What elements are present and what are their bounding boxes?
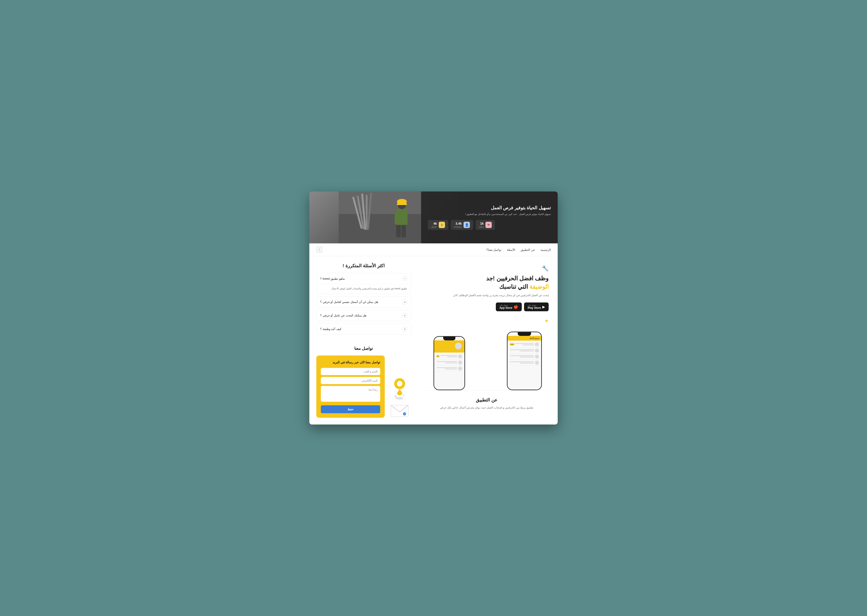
svg-text:✉: ✉: [404, 413, 405, 415]
faq-question-3: هل يمكنك البحث عن عامل أو حرفي ؟: [320, 314, 366, 317]
faq-toggle-2[interactable]: +: [403, 300, 407, 304]
contact-illustration: ✉: [388, 355, 411, 418]
faq-title: اكثر الأسئلة المتكررة !: [316, 263, 411, 269]
right-column: اكثر الأسئلة المتكررة ! − ماهو تطبيق ine…: [309, 256, 418, 424]
stat-users-label: مستخدم: [454, 225, 462, 228]
stat-card-users: 👤 3.4k مستخدم: [451, 220, 473, 230]
faq-header-2[interactable]: + هل يمكن لي أن أسجل نفسي كعامل أو حرفي …: [317, 297, 411, 308]
contact-section-title: تواصل معنا: [316, 346, 411, 351]
svg-rect-1: [339, 214, 429, 244]
wrench-icon: 🔧: [424, 265, 549, 272]
appstore-label-text: تحميل على: [500, 304, 512, 306]
apple-icon: 🍎: [514, 305, 518, 309]
hero-top-content: تسهيل الحياة بتوفير فرص العمل تسهيل الحي…: [421, 192, 558, 244]
download-icon: ⬇: [439, 222, 445, 228]
playstore-button[interactable]: ▶ تحميل على Play Store: [524, 302, 549, 311]
stat-card-downloads: ⬇ 4k تحميل: [428, 220, 448, 230]
main-content: 🔧 وظف افضل الحرفيين !جد الوضيفة التي تنا…: [309, 256, 558, 424]
phone-avatar: [458, 354, 462, 358]
nav-logo: i: [316, 247, 322, 253]
about-title: عن التطبيق: [431, 397, 542, 402]
svg-rect-20: [391, 405, 408, 416]
store-buttons: 🍎 تحميل على App Store ▶ تحميل على Play S…: [424, 302, 549, 311]
about-description: تطبيق يربط بين الحرفيين و اصحاب العمل حي…: [431, 405, 542, 410]
contact-form-title: تواصل معنا الان عبر رسالة في البريد: [321, 360, 380, 365]
faq-header-1[interactable]: − ماهو تطبيق ineed ؟: [317, 273, 411, 284]
user-icon: 👤: [463, 222, 470, 228]
faq-toggle-1[interactable]: −: [403, 276, 407, 281]
contact-section: تواصل معنا: [309, 341, 418, 424]
faq-item-2: + هل يمكن لي أن أسجل نفسي كعامل أو حرفي …: [316, 296, 411, 308]
svg-rect-9: [395, 213, 399, 224]
heart-icon: ❤: [486, 222, 492, 228]
faq-question-1: ماهو تطبيق ineed ؟: [320, 277, 345, 280]
nav-link-contact[interactable]: تواصل معنا؟: [486, 248, 502, 251]
svg-rect-14: [397, 203, 407, 205]
stat-users-number: 3.4k: [454, 222, 462, 225]
about-section: عن التطبيق تطبيق يربط بين الحرفيين و اصح…: [424, 390, 549, 415]
hero-top-section: تسهيل الحياة بتوفير فرص العمل تسهيل الحي…: [309, 192, 558, 244]
phone-badge: ✓: [437, 355, 439, 357]
phone-notch-back: [443, 337, 456, 340]
phone-front: عروض العمل عمل: [507, 332, 542, 390]
playstore-label-text: تحميل على: [528, 304, 541, 306]
svg-point-19: [403, 394, 405, 396]
stat-likes-number: 1k: [479, 222, 484, 225]
stat-likes-label: سعيد: [479, 225, 484, 228]
nav-link-home[interactable]: الرئيسية: [541, 248, 551, 251]
name-input[interactable]: [321, 368, 380, 375]
nav-links: الرئيسية عن التطبيق الأسئلة تواصل معنا؟: [486, 248, 551, 252]
phone-front-header: عروض العمل: [508, 336, 541, 341]
nav-item-about[interactable]: عن التطبيق: [521, 248, 535, 252]
faq-header-4[interactable]: + كيف أجد وظيفة ؟: [317, 324, 411, 335]
faq-item-3: + هل يمكنك البحث عن عامل أو حرفي ؟: [316, 310, 411, 321]
stat-card-likes: ❤ 1k سعيد: [476, 220, 495, 230]
svg-point-18: [394, 395, 397, 398]
faq-item-4: + كيف أجد وظيفة ؟: [316, 324, 411, 335]
envelope-svg: ✉: [389, 404, 410, 418]
stats-row: ❤ 1k سعيد 👤 3.4k مستخدم ⬇ 4k: [428, 220, 551, 230]
appstore-button[interactable]: 🍎 تحميل على App Store: [496, 302, 522, 311]
faq-section: اكثر الأسئلة المتكررة ! − ماهو تطبيق ine…: [309, 256, 418, 341]
phone-back: ✓: [434, 336, 465, 390]
hero-heading-yellow: الوضيفة: [530, 283, 549, 290]
phone-list-item: [435, 360, 463, 366]
svg-rect-10: [403, 213, 408, 224]
nav-item-contact[interactable]: تواصل معنا؟: [486, 248, 502, 252]
nav-link-about[interactable]: عن التطبيق: [521, 248, 535, 251]
svg-point-17: [396, 397, 404, 399]
navbar: الرئيسية عن التطبيق الأسئلة تواصل معنا؟ …: [309, 244, 558, 256]
star-icon: ★: [424, 318, 549, 324]
stat-downloads-label: تحميل: [431, 225, 437, 228]
faq-header-3[interactable]: + هل يمكنك البحث عن عامل أو حرفي ؟: [317, 310, 411, 321]
playstore-name: Play Store: [528, 306, 541, 310]
phone-notch-front: [518, 332, 531, 336]
phone-list-item: ✓: [435, 354, 463, 360]
message-textarea[interactable]: [321, 386, 380, 402]
phone-avatar: [535, 343, 539, 346]
faq-toggle-4[interactable]: +: [403, 327, 407, 332]
nav-link-faq[interactable]: الأسئلة: [507, 248, 515, 251]
phone-badge-yellow: عمل: [510, 343, 514, 345]
faq-question-4: كيف أجد وظيفة ؟: [320, 327, 341, 331]
phone-avatar: [458, 366, 462, 371]
nav-item-home[interactable]: الرئيسية: [541, 248, 551, 252]
email-input[interactable]: [321, 377, 380, 384]
faq-question-2: هل يمكن لي أن أسجل نفسي كعامل أو حرفي ؟: [320, 300, 378, 303]
phone-avatar: [535, 361, 539, 365]
nav-item-faq[interactable]: الأسئلة: [507, 248, 515, 252]
svg-rect-11: [396, 225, 401, 237]
map-pin-svg: [389, 375, 410, 404]
contact-form-box: تواصل معنا الان عبر رسالة في البريد حفظ: [316, 355, 385, 418]
phone-list-item: [508, 360, 540, 366]
submit-button[interactable]: حفظ: [321, 405, 380, 413]
svg-point-16: [397, 381, 402, 387]
faq-answer-1: تطبيق ineed هو تطبيق ذراتيو مقدم للحرفيي…: [317, 284, 411, 294]
phone-avatar: [458, 360, 462, 365]
hero-heading: وظف افضل الحرفيين !جد الوضيفة التي تناسب…: [424, 274, 549, 291]
contact-inner: ✉ تواصل معنا الان عبر رسالة في البريد حف…: [316, 355, 411, 418]
faq-item-1: − ماهو تطبيق ineed ؟ تطبيق ineed هو تطبي…: [316, 273, 411, 294]
faq-toggle-3[interactable]: +: [403, 313, 407, 318]
svg-rect-12: [402, 225, 406, 237]
phone-list-item: [508, 354, 540, 360]
